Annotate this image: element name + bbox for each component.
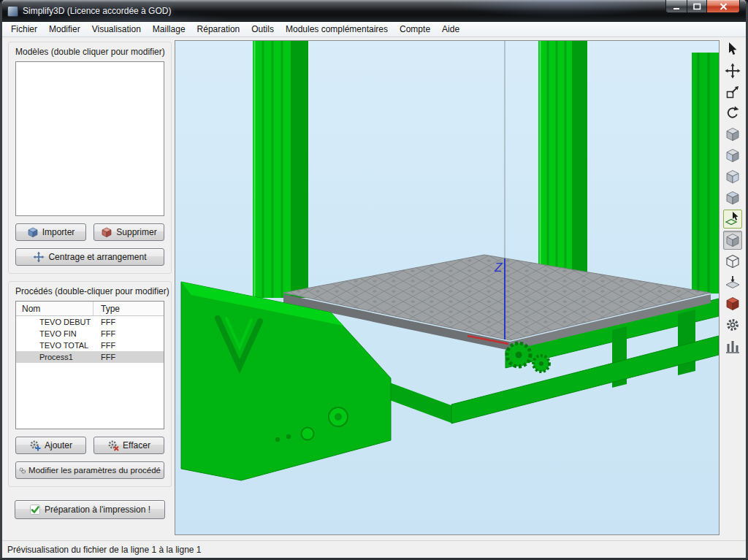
cross-section-icon[interactable]	[723, 294, 742, 313]
window-controls	[665, 0, 740, 13]
process-table-header: Nom Type	[16, 302, 164, 316]
rotate-tool-icon[interactable]	[723, 104, 742, 123]
wireframe-view-icon[interactable]	[723, 252, 742, 271]
view-toolbar	[721, 40, 744, 358]
support-structures-icon[interactable]	[723, 337, 742, 356]
menu-compte[interactable]: Compte	[394, 22, 436, 37]
add-process-icon	[29, 440, 41, 451]
z-axis-label: Z	[494, 261, 503, 275]
viewport-3d[interactable]: Z	[175, 40, 720, 535]
delete-button[interactable]: Supprimer	[94, 223, 164, 241]
close-button[interactable]	[707, 0, 740, 13]
delete-button-label: Supprimer	[116, 227, 156, 237]
view-top-icon[interactable]	[723, 188, 742, 207]
models-list[interactable]	[15, 61, 164, 216]
select-model-icon[interactable]	[723, 210, 742, 229]
process-row[interactable]: TEVO FIN FFF	[16, 328, 164, 340]
check-icon	[29, 504, 41, 515]
prepare-print-label: Préparation à l'impression !	[45, 505, 150, 515]
close-icon	[720, 3, 728, 10]
menu-fichier[interactable]: Fichier	[5, 22, 43, 37]
models-groupbox: Modèles (double cliquer pour modifier) I…	[8, 42, 172, 274]
scale-tool-icon[interactable]	[723, 83, 742, 101]
screen: { "window": { "title": "Simplify3D (Lice…	[0, 0, 748, 560]
import-cube-icon	[27, 226, 39, 238]
maximize-icon	[693, 3, 701, 10]
import-button[interactable]: Importer	[15, 223, 86, 241]
add-process-button[interactable]: Ajouter	[15, 437, 86, 454]
menu-aide[interactable]: Aide	[436, 22, 465, 37]
maximize-button[interactable]	[687, 0, 707, 13]
prepare-print-button[interactable]: Préparation à l'impression !	[15, 500, 165, 519]
column-header-name: Nom	[16, 302, 94, 315]
models-panel-title: Modèles (double cliquer pour modifier)	[15, 47, 164, 57]
delete-cube-icon	[101, 226, 112, 238]
clear-process-label: Effacer	[123, 440, 150, 450]
frame-column-right	[538, 41, 587, 275]
menu-bar: Fichier Modifier Visualisation Maillage …	[2, 22, 746, 37]
left-panel: Modèles (double cliquer pour modifier) I…	[8, 42, 172, 519]
process-table[interactable]: Nom Type TEVO DEBUT FFF TEVO FIN FFF TEV…	[15, 301, 164, 429]
add-process-label: Ajouter	[45, 440, 72, 450]
menu-outils[interactable]: Outils	[245, 22, 280, 37]
process-row[interactable]: TEVO TOTAL FFF	[16, 340, 164, 351]
solid-view-icon[interactable]	[723, 231, 742, 250]
process-row[interactable]: Process1 FFF	[16, 351, 164, 363]
processes-panel-title: Procédés (double-cliquer pour modifier)	[15, 286, 164, 296]
menu-reparation[interactable]: Réparation	[191, 22, 246, 37]
app-window: Simplify3D (Licence accordée à GOD) Fich…	[0, 0, 748, 560]
clear-process-button[interactable]: Effacer	[94, 437, 164, 454]
menu-visualisation[interactable]: Visualisation	[86, 22, 147, 37]
frame-column-left	[253, 41, 308, 298]
edit-process-settings-label: Modifier les paramètres du procédé	[28, 466, 161, 475]
machine-settings-icon[interactable]	[723, 315, 742, 334]
main-content: Modèles (double cliquer pour modifier) I…	[2, 37, 746, 540]
printer-3d-scene: Z	[175, 41, 719, 534]
import-button-label: Importer	[42, 227, 75, 237]
gears-icon	[19, 465, 26, 476]
status-text: Prévisualisation du fichier de la ligne …	[7, 545, 202, 555]
column-header-type: Type	[94, 304, 120, 314]
menu-modules[interactable]: Modules complémentaires	[280, 22, 394, 37]
translate-tool-icon[interactable]	[723, 61, 742, 80]
window-title: Simplify3D (Licence accordée à GOD)	[23, 6, 171, 16]
control-knob-small	[302, 428, 314, 440]
menu-maillage[interactable]: Maillage	[147, 22, 191, 37]
view-iso-icon[interactable]	[723, 125, 742, 144]
title-bar[interactable]: Simplify3D (Licence accordée à GOD)	[2, 0, 746, 22]
edit-process-settings-button[interactable]: Modifier les paramètres du procédé	[15, 461, 164, 479]
center-arrange-label: Centrage et arrangement	[48, 252, 146, 262]
app-icon	[7, 6, 18, 17]
minimize-icon	[673, 3, 680, 10]
center-arrange-icon	[33, 251, 45, 263]
frame-column-far-right	[692, 53, 719, 294]
layer-view-icon[interactable]	[723, 273, 742, 292]
status-bar: Prévisualisation du fichier de la ligne …	[2, 540, 746, 558]
select-tool-icon[interactable]	[723, 40, 742, 59]
view-front-icon[interactable]	[723, 146, 742, 165]
process-row[interactable]: TEVO DEBUT FFF	[16, 316, 164, 328]
menu-modifier[interactable]: Modifier	[43, 22, 86, 37]
processes-groupbox: Procédés (double-cliquer pour modifier) …	[8, 281, 172, 487]
view-side-icon[interactable]	[723, 167, 742, 186]
minimize-button[interactable]	[665, 0, 687, 13]
clear-process-icon	[107, 440, 119, 451]
center-arrange-button[interactable]: Centrage et arrangement	[15, 248, 164, 266]
